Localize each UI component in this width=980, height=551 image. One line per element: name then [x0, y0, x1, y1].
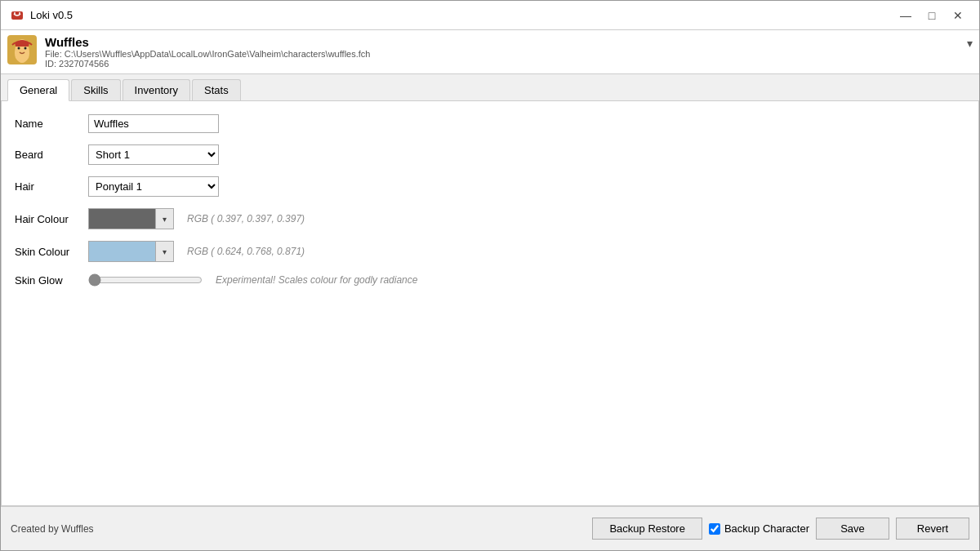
- collapse-icon[interactable]: ▾: [967, 37, 973, 50]
- svg-point-1: [14, 12, 16, 14]
- svg-point-2: [19, 12, 20, 14]
- hair-colour-swatch-container[interactable]: ▾: [88, 208, 174, 229]
- hair-colour-dropdown-btn[interactable]: ▾: [155, 209, 173, 229]
- app-icon: [11, 9, 24, 22]
- name-label: Name: [15, 118, 88, 130]
- character-header: Wuffles File: C:\Users\Wuffles\AppData\L…: [1, 30, 979, 74]
- title-bar-controls: — □ ✕: [894, 6, 969, 25]
- tabs-bar: General Skills Inventory Stats: [1, 74, 979, 101]
- hair-row: Hair Ponytail 1 Ponytail 2 Short Braid: [15, 176, 965, 197]
- character-avatar: [7, 35, 37, 64]
- tab-general[interactable]: General: [7, 79, 69, 101]
- footer-right: Backup Restore Backup Character Save Rev…: [592, 518, 969, 540]
- skin-glow-hint: Experimental! Scales colour for godly ra…: [216, 274, 417, 286]
- revert-button[interactable]: Revert: [896, 518, 969, 540]
- main-window: Loki v0.5 — □ ✕ Wuffles File: C:\Us: [0, 0, 980, 551]
- skin-colour-rgb: RGB ( 0.624, 0.768, 0.871): [187, 246, 305, 257]
- tab-skills[interactable]: Skills: [71, 79, 120, 100]
- skin-glow-slider[interactable]: [88, 273, 203, 287]
- skin-colour-row: Skin Colour ▾ RGB ( 0.624, 0.768, 0.871): [15, 241, 965, 262]
- beard-row: Beard Short 1 Short 2 Short 3 None: [15, 144, 965, 165]
- backup-restore-button[interactable]: Backup Restore: [592, 518, 702, 540]
- maximize-button[interactable]: □: [920, 6, 943, 25]
- hair-select[interactable]: Ponytail 1 Ponytail 2 Short Braid: [88, 176, 219, 197]
- svg-point-5: [18, 47, 20, 50]
- skin-colour-swatch: [89, 242, 155, 261]
- beard-label: Beard: [15, 149, 88, 161]
- svg-point-6: [24, 47, 27, 50]
- hair-colour-input: ▾ RGB ( 0.397, 0.397, 0.397): [88, 208, 305, 229]
- footer-created-by: Created by Wuffles: [11, 523, 592, 535]
- footer: Created by Wuffles Backup Restore Backup…: [1, 506, 979, 550]
- close-button[interactable]: ✕: [947, 6, 969, 25]
- skin-colour-dropdown-btn[interactable]: ▾: [155, 242, 173, 261]
- skin-colour-input: ▾ RGB ( 0.624, 0.768, 0.871): [88, 241, 305, 262]
- name-row: Name: [15, 114, 965, 133]
- tab-inventory[interactable]: Inventory: [122, 79, 190, 100]
- backup-character-label: Backup Character: [709, 522, 809, 535]
- skin-glow-row: Skin Glow Experimental! Scales colour fo…: [15, 273, 965, 287]
- window-title: Loki v0.5: [30, 9, 73, 21]
- backup-character-text: Backup Character: [724, 522, 809, 535]
- title-bar-left: Loki v0.5: [11, 9, 73, 22]
- tab-stats[interactable]: Stats: [192, 79, 241, 100]
- hair-colour-label: Hair Colour: [15, 213, 88, 225]
- save-button[interactable]: Save: [816, 518, 889, 540]
- hair-label: Hair: [15, 180, 88, 193]
- skin-colour-label: Skin Colour: [15, 246, 88, 258]
- minimize-button[interactable]: —: [894, 6, 917, 25]
- backup-character-checkbox[interactable]: [709, 523, 720, 535]
- skin-glow-label: Skin Glow: [15, 274, 88, 287]
- hair-colour-row: Hair Colour ▾ RGB ( 0.397, 0.397, 0.397): [15, 208, 965, 229]
- skin-colour-swatch-container[interactable]: ▾: [88, 241, 174, 262]
- title-bar: Loki v0.5 — □ ✕: [1, 1, 979, 30]
- character-info: Wuffles File: C:\Users\Wuffles\AppData\L…: [45, 35, 969, 69]
- hair-colour-swatch: [89, 209, 155, 229]
- character-name: Wuffles: [45, 35, 969, 49]
- skin-glow-input: Experimental! Scales colour for godly ra…: [88, 273, 417, 287]
- beard-select[interactable]: Short 1 Short 2 Short 3 None: [88, 144, 219, 165]
- name-input[interactable]: [88, 114, 219, 133]
- hair-colour-rgb: RGB ( 0.397, 0.397, 0.397): [187, 213, 305, 224]
- character-id: ID: 2327074566: [45, 59, 969, 69]
- character-file: File: C:\Users\Wuffles\AppData\LocalLow\…: [45, 49, 969, 59]
- content-area: Name Beard Short 1 Short 2 Short 3 None …: [1, 101, 979, 506]
